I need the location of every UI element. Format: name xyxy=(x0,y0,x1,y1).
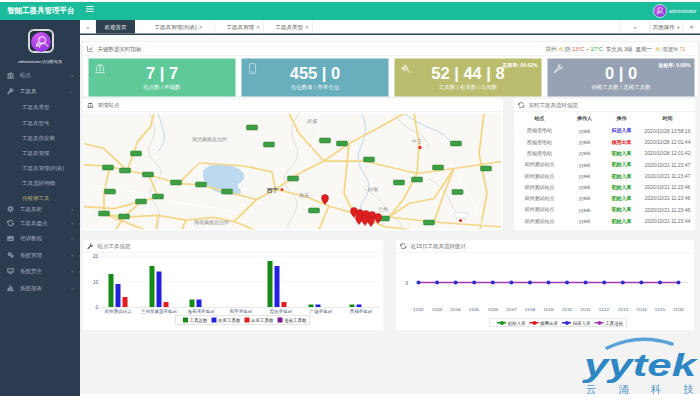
svg-text:0: 0 xyxy=(95,305,98,310)
svg-text:11/14: 11/14 xyxy=(636,307,647,312)
svg-text:11/15: 11/15 xyxy=(655,307,666,312)
svg-text:10: 10 xyxy=(93,280,99,285)
svg-text:白银: 白银 xyxy=(368,186,378,193)
svg-text:海东: 海东 xyxy=(299,192,309,199)
svg-text:20: 20 xyxy=(93,254,99,259)
svg-text:海石湾变电站: 海石湾变电站 xyxy=(188,308,216,315)
svg-text:11/10: 11/10 xyxy=(562,307,573,312)
svg-text:兰州: 兰州 xyxy=(378,206,388,212)
svg-text:海南藏族自治州: 海南藏族自治州 xyxy=(194,219,229,226)
svg-text:11/05: 11/05 xyxy=(469,307,480,312)
svg-text:11/08: 11/08 xyxy=(525,307,536,312)
svg-text:兰州发威源变电站: 兰州发威源变电站 xyxy=(141,308,178,314)
svg-text:yytek: yytek xyxy=(581,347,699,383)
svg-text:和平变电站: 和平变电站 xyxy=(230,308,253,314)
svg-text:中卫: 中卫 xyxy=(412,138,422,144)
svg-text:11/13: 11/13 xyxy=(618,307,629,312)
svg-text:西宁: 西宁 xyxy=(266,187,279,194)
svg-text:11/11: 11/11 xyxy=(580,307,591,312)
svg-text:郑州测试站点: 郑州测试站点 xyxy=(105,308,133,314)
svg-text:11/04: 11/04 xyxy=(450,307,461,312)
svg-text:武威: 武威 xyxy=(307,118,317,124)
svg-text:广场变电站: 广场变电站 xyxy=(310,309,333,315)
svg-text:11/07: 11/07 xyxy=(506,307,517,312)
svg-text:11/16: 11/16 xyxy=(673,307,684,312)
svg-text:西福变电站: 西福变电站 xyxy=(350,308,373,314)
svg-text:11/03: 11/03 xyxy=(432,307,443,312)
svg-text:窑街变电站: 窑街变电站 xyxy=(270,309,293,315)
svg-text:11/02: 11/02 xyxy=(413,307,424,312)
svg-text:海北藏族自治州: 海北藏族自治州 xyxy=(192,136,227,143)
svg-text:11/12: 11/12 xyxy=(599,307,610,312)
svg-text:11/06: 11/06 xyxy=(488,307,499,312)
svg-text:11/09: 11/09 xyxy=(543,307,554,312)
svg-text:0: 0 xyxy=(405,281,408,286)
